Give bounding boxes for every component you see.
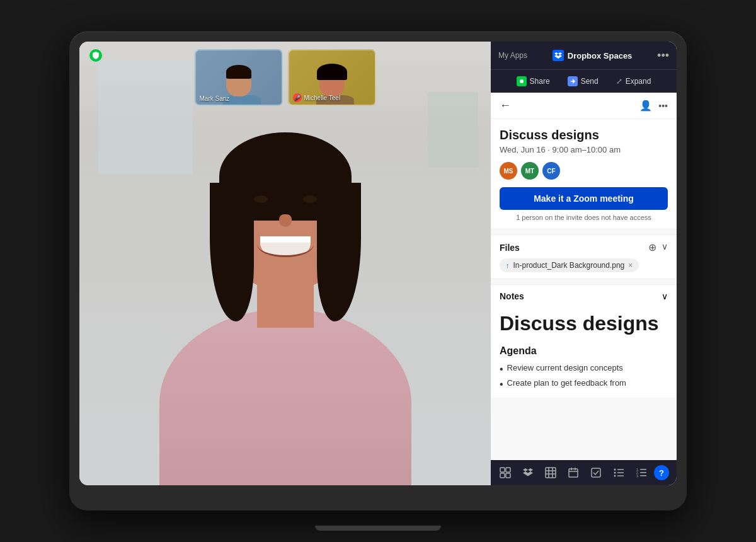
svg-point-0 [520,79,524,83]
toolbar-table-icon[interactable] [544,466,558,480]
svg-rect-10 [569,469,578,477]
collapse-notes-icon[interactable]: ∨ [662,291,668,301]
files-header: Files ⊕ ∨ [500,241,668,253]
panel-top-bar: My Apps Dropbox Spaces ••• [491,42,677,69]
notes-content: Discuss designs Agenda • Review current … [500,306,668,391]
files-title: Files [500,243,520,253]
files-actions: ⊕ ∨ [648,241,668,253]
panel-content[interactable]: ← 👤 ••• Discuss designs Wed, Jun 16 · 9:… [491,93,677,460]
mute-icon: 🎤 [293,93,302,102]
notes-header: Notes ∨ [500,291,668,301]
video-area: Mark Sanz 🎤 Mic [79,42,491,485]
panel-header-icons: 👤 ••• [639,100,668,112]
attendees-row: MS MT CF [500,162,668,180]
michelle-label: 🎤 Michelle Teel [293,93,341,102]
share-icon [517,76,527,86]
zoom-button[interactable]: Make it a Zoom meeting [500,187,668,210]
right-panel: My Apps Dropbox Spaces ••• [491,42,677,485]
toolbar-bullet-list-icon[interactable] [612,466,626,480]
event-section: Discuss designs Wed, Jun 16 · 9:00 am–10… [491,119,677,229]
back-button[interactable]: ← [500,99,511,112]
notes-title: Notes [500,291,524,301]
send-icon [568,76,578,86]
svg-rect-3 [500,473,505,478]
share-label: Share [530,77,550,86]
file-chip: ↑ In-product_Dark Background.png × [500,258,639,272]
file-name: In-product_Dark Background.png [513,261,625,270]
notes-section: Notes ∨ Discuss designs Agenda • Review … [491,284,677,398]
svg-rect-1 [500,468,505,472]
expand-label: Expand [626,77,651,86]
thumbnails-container: Mark Sanz 🎤 Mic [195,49,376,106]
more-options-icon[interactable]: ••• [657,49,669,62]
svg-point-16 [614,472,616,474]
app-name-label: Dropbox Spaces [568,51,633,61]
expand-icon: ⤢ [616,77,622,86]
main-video [79,42,491,485]
avatar-cf: CF [542,162,560,180]
toolbar-calendar-icon[interactable] [566,466,580,480]
svg-rect-2 [506,468,510,472]
files-section: Files ⊕ ∨ ↑ In-product_Dark Background.p… [491,234,677,279]
bottom-toolbar: 1. 2. 3. ? [491,460,677,485]
svg-rect-26 [640,475,646,476]
expand-button[interactable]: ⤢ Expand [612,74,655,88]
shield-icon [89,49,102,62]
toolbar-layout-icon[interactable] [498,466,512,480]
list-item: • Review current design concepts [500,362,668,376]
laptop-screen: Mark Sanz 🎤 Mic [79,42,677,485]
file-remove-icon[interactable]: × [628,261,633,270]
svg-rect-25 [640,472,646,473]
mark-label: Mark Sanz [200,95,230,102]
agenda-item-1: Review current design concepts [507,363,623,372]
collapse-files-icon[interactable]: ∨ [662,241,668,253]
svg-point-17 [614,475,616,477]
agenda-item-2: Create plan to get feedback from [507,378,626,388]
person-icon[interactable]: 👤 [639,100,652,112]
svg-rect-14 [592,468,600,477]
dropbox-icon [553,50,564,61]
send-label: Send [581,77,598,86]
thumbnail-mark[interactable]: Mark Sanz [195,49,283,106]
event-title: Discuss designs [500,128,668,142]
app-name-container: Dropbox Spaces [553,50,633,61]
notes-list: • Review current design concepts • Creat… [500,362,668,391]
zoom-warning: 1 person on the invite does not have acc… [500,214,668,221]
toolbar-checkbox-icon[interactable] [589,466,603,480]
file-type-icon: ↑ [506,262,510,269]
svg-rect-4 [506,473,510,478]
notes-subheading: Agenda [500,345,668,357]
panel-nav-header: ← 👤 ••• [491,93,677,119]
laptop-base [315,526,441,531]
help-button[interactable]: ? [654,465,669,480]
more-icon[interactable]: ••• [658,101,668,111]
toolbar-dropbox-icon[interactable] [521,466,535,480]
avatar-ms: MS [500,162,517,180]
notes-heading: Discuss designs [500,311,668,335]
toolbar-numbered-list-icon[interactable]: 1. 2. 3. [634,466,648,480]
share-button[interactable]: Share [513,74,554,89]
add-file-icon[interactable]: ⊕ [648,241,656,253]
svg-text:3.: 3. [636,474,639,477]
event-time: Wed, Jun 16 · 9:00 am–10:00 am [500,145,668,154]
thumbnail-michelle[interactable]: 🎤 Michelle Teel [288,49,376,106]
list-item: • Create plan to get feedback from [500,377,668,391]
laptop-body: Mark Sanz 🎤 Mic [69,32,687,510]
my-apps-label: My Apps [498,51,527,60]
avatar-mt: MT [521,162,539,180]
toolbar-icons-group: 1. 2. 3. [498,466,648,480]
action-bar: Share Send ⤢ Expand [491,69,677,93]
svg-rect-5 [546,468,556,478]
send-button[interactable]: Send [564,74,602,89]
svg-point-15 [614,469,616,471]
svg-rect-24 [640,469,646,470]
